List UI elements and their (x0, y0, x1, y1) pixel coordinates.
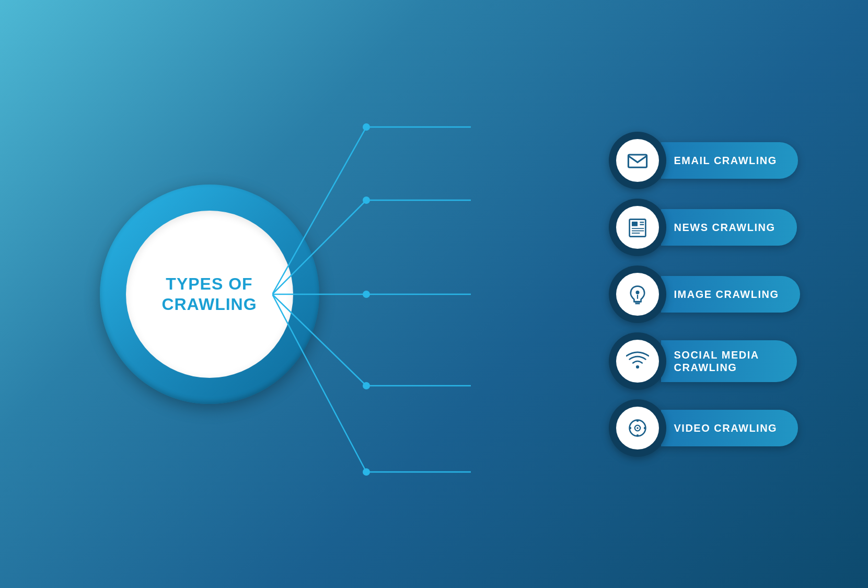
news-icon-outer (609, 199, 666, 256)
wifi-icon (626, 350, 649, 373)
svg-point-33 (643, 426, 645, 429)
main-circle-outer: TYPES OF CRAWLING (100, 185, 319, 404)
main-circle-inner: TYPES OF CRAWLING (126, 211, 293, 378)
social-label-line2: CRAWLING (674, 361, 737, 374)
list-item: IMAGE CRAWLING (609, 266, 800, 323)
social-icon-outer (609, 332, 666, 390)
social-label-pill: SOCIAL MEDIA CRAWLING (661, 340, 797, 382)
svg-point-24 (635, 290, 639, 294)
svg-point-32 (629, 426, 631, 429)
lightbulb-icon (626, 283, 649, 306)
svg-point-10 (363, 382, 370, 389)
svg-point-7 (363, 291, 370, 298)
video-icon-outer (609, 399, 666, 457)
main-circle-wrapper: TYPES OF CRAWLING (100, 185, 319, 404)
video-icon-inner (616, 407, 659, 449)
svg-point-2 (363, 123, 370, 131)
svg-rect-14 (628, 155, 646, 167)
social-icon-inner (616, 340, 659, 383)
svg-rect-16 (632, 222, 638, 226)
email-icon-inner (616, 139, 659, 182)
email-label-pill: EMAIL CRAWLING (661, 142, 798, 179)
email-icon-outer (609, 132, 666, 189)
svg-point-13 (363, 468, 370, 476)
social-label-line1: SOCIAL MEDIA (674, 349, 759, 361)
svg-point-29 (636, 427, 639, 429)
svg-point-26 (635, 365, 639, 368)
image-label-pill: IMAGE CRAWLING (661, 276, 800, 313)
list-item: SOCIAL MEDIA CRAWLING (609, 332, 800, 390)
video-label-pill: VIDEO CRAWLING (661, 410, 798, 446)
news-icon-inner (616, 206, 659, 249)
news-label-pill: NEWS CRAWLING (661, 209, 797, 246)
news-label: NEWS CRAWLING (674, 221, 776, 234)
svg-point-31 (636, 434, 638, 436)
video-icon (626, 417, 649, 440)
image-icon-inner (616, 273, 659, 316)
email-label: EMAIL CRAWLING (674, 154, 777, 167)
list-item: EMAIL CRAWLING (609, 132, 800, 189)
main-circle-title: TYPES OF CRAWLING (161, 274, 257, 314)
list-item: VIDEO CRAWLING (609, 399, 800, 457)
svg-point-5 (363, 197, 370, 204)
image-label: IMAGE CRAWLING (674, 288, 779, 301)
items-container: EMAIL CRAWLING NE (609, 132, 800, 457)
video-label: VIDEO CRAWLING (674, 422, 778, 434)
diagram-container: TYPES OF CRAWLING (68, 43, 800, 545)
svg-point-30 (636, 419, 638, 421)
list-item: NEWS CRAWLING (609, 199, 800, 256)
email-icon (626, 149, 649, 172)
image-icon-outer (609, 266, 666, 323)
news-icon (626, 216, 649, 239)
